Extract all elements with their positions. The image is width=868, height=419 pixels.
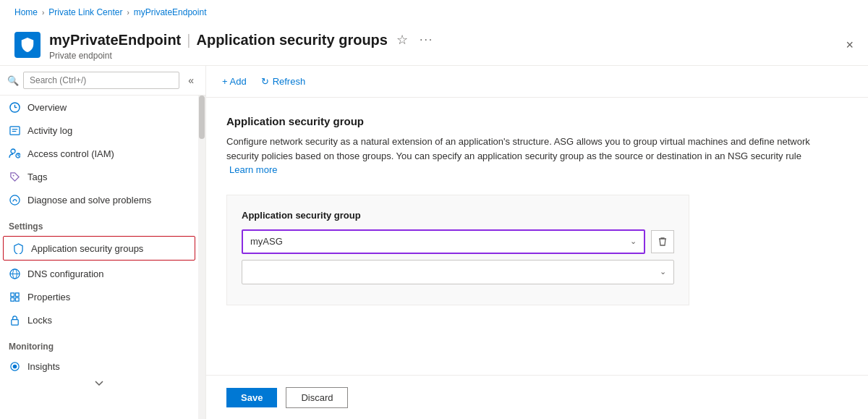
overview-icon [9, 101, 20, 113]
form-section: Application security group myASG ⌄ [226, 195, 689, 305]
tags-icon [9, 171, 20, 182]
breadcrumb-home[interactable]: Home [14, 7, 38, 17]
shield-resource-icon [20, 37, 35, 53]
asg-dropdown-1[interactable]: myASG ⌄ [242, 229, 645, 254]
sidebar-item-diagnose[interactable]: Diagnose and solve problems [0, 188, 198, 211]
search-box: 🔍 « [0, 66, 205, 96]
sidebar-item-tags[interactable]: Tags [0, 165, 198, 188]
dropdown-1-value: myASG [250, 236, 283, 247]
content-description: Configure network security as a natural … [226, 135, 820, 177]
sidebar-nav-content: Overview Activity log Access control (IA… [0, 96, 198, 419]
discard-button[interactable]: Discard [286, 387, 348, 408]
sidebar-item-dns-label: DNS configuration [27, 268, 104, 279]
breadcrumb-private-link[interactable]: Private Link Center [48, 7, 122, 17]
collapse-button[interactable]: « [184, 73, 198, 88]
page-header: myPrivateEndpoint | Application security… [0, 25, 868, 66]
sidebar-item-locks[interactable]: Locks [0, 308, 198, 331]
svg-rect-14 [10, 297, 14, 301]
refresh-icon: ↻ [261, 76, 269, 87]
breadcrumb: Home › Private Link Center › myPrivateEn… [0, 0, 868, 25]
scroll-down-indicator [0, 378, 198, 389]
close-button[interactable]: × [846, 38, 854, 53]
chevron-down-icon-1: ⌄ [630, 237, 637, 246]
dropdown-row-1: myASG ⌄ [242, 229, 674, 254]
favorite-button[interactable]: ☆ [393, 29, 411, 51]
sidebar-item-locks-label: Locks [27, 315, 52, 326]
sidebar-nav: Overview Activity log Access control (IA… [0, 96, 198, 397]
content-toolbar: + Add ↻ Refresh [206, 66, 868, 98]
sidebar-item-app-security[interactable]: Application security groups [3, 236, 195, 261]
header-actions: × [846, 38, 854, 53]
header-title-block: myPrivateEndpoint | Application security… [49, 29, 436, 61]
sidebar-scrollbar-thumb [199, 96, 205, 139]
svg-rect-16 [15, 297, 19, 301]
resource-icon [14, 32, 41, 58]
resource-name: myPrivateEndpoint [49, 32, 181, 48]
sidebar-item-app-security-label: Application security groups [31, 243, 143, 254]
refresh-button[interactable]: ↻ Refresh [260, 73, 307, 90]
sidebar: 🔍 « Overview [0, 66, 206, 419]
access-control-icon [9, 148, 20, 159]
learn-more-link[interactable]: Learn more [229, 164, 277, 175]
insights-icon [9, 360, 20, 372]
save-button[interactable]: Save [226, 388, 277, 407]
sidebar-item-insights-label: Insights [27, 361, 60, 372]
svg-point-8 [12, 174, 14, 176]
settings-section-label: Settings [0, 211, 198, 234]
sidebar-item-insights[interactable]: Insights [0, 355, 198, 378]
content-body: Application security group Configure net… [206, 98, 868, 375]
chevron-down-icon-2: ⌄ [660, 267, 666, 276]
svg-point-9 [9, 195, 19, 204]
svg-point-18 [12, 364, 17, 368]
sidebar-item-dns[interactable]: DNS configuration [0, 262, 198, 285]
sidebar-scrollbar [198, 96, 205, 419]
sidebar-item-access-control[interactable]: Access control (IAM) [0, 142, 198, 165]
sidebar-item-tags-label: Tags [27, 172, 47, 182]
svg-rect-17 [11, 319, 17, 325]
sidebar-item-properties[interactable]: Properties [0, 285, 198, 308]
sidebar-item-properties-label: Properties [27, 292, 70, 302]
page-title: Application security groups [196, 32, 387, 48]
diagnose-icon [9, 194, 20, 206]
svg-point-6 [11, 149, 15, 153]
content-section-title: Application security group [226, 115, 848, 127]
svg-rect-15 [15, 292, 19, 296]
monitoring-section-label: Monitoring [0, 331, 198, 355]
search-icon: 🔍 [7, 75, 19, 86]
more-options-button[interactable]: ··· [417, 30, 436, 49]
title-separator: | [187, 32, 190, 48]
breadcrumb-endpoint[interactable]: myPrivateEndpoint [134, 7, 207, 17]
asg-dropdown-2[interactable]: ⌄ [242, 260, 674, 284]
content-area: + Add ↻ Refresh Application security gro… [206, 66, 868, 419]
svg-rect-3 [9, 126, 19, 134]
svg-rect-13 [10, 292, 14, 296]
dns-icon [9, 268, 20, 279]
sidebar-item-overview-label: Overview [27, 102, 67, 113]
search-input[interactable] [23, 72, 179, 89]
sidebar-item-overview[interactable]: Overview [0, 96, 198, 119]
activity-log-icon [9, 124, 20, 136]
locks-icon [9, 314, 20, 326]
sidebar-item-activity-log[interactable]: Activity log [0, 119, 198, 142]
delete-button-1[interactable] [651, 230, 674, 253]
properties-icon [9, 291, 20, 302]
dropdown-row-2: ⌄ [242, 260, 674, 284]
footer-actions: Save Discard [206, 375, 868, 419]
sidebar-item-diagnose-label: Diagnose and solve problems [27, 195, 151, 206]
trash-icon [658, 237, 668, 247]
resource-subtitle: Private endpoint [49, 51, 436, 61]
app-security-icon [12, 242, 24, 254]
header-title: myPrivateEndpoint | Application security… [49, 29, 436, 51]
form-label: Application security group [242, 210, 674, 221]
add-button[interactable]: + Add [221, 73, 248, 90]
sidebar-item-access-label: Access control (IAM) [27, 148, 114, 159]
main-layout: 🔍 « Overview [0, 66, 868, 419]
sidebar-item-activity-log-label: Activity log [27, 125, 72, 136]
